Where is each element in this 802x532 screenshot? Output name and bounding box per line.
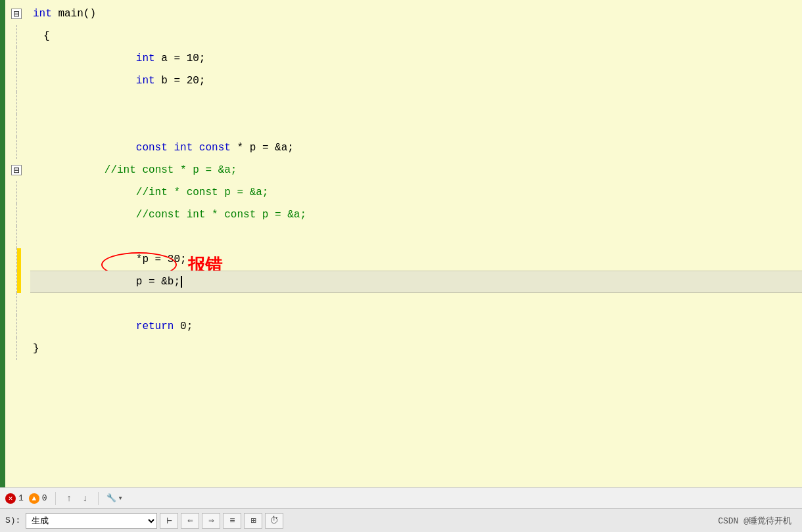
cursor	[181, 276, 182, 288]
editor-area: ⊟	[0, 0, 802, 487]
forward-icon: ⇒	[208, 515, 214, 526]
toolbar-btn-2[interactable]: ⇐	[181, 513, 199, 529]
csdn-label: CSDN @睡觉待开机	[718, 515, 791, 527]
gutter-row-6	[5, 114, 28, 137]
gutter-icons: ⊟	[5, 0, 28, 487]
grid-icon: ⊞	[250, 515, 256, 526]
toolbar-btn-4[interactable]: ≡	[223, 513, 241, 529]
kw-return: return	[136, 321, 174, 332]
toolbar-btn-3[interactable]: ⇒	[202, 513, 220, 529]
gutter-row-8: ⊟	[5, 159, 28, 181]
gutter-row-9	[5, 181, 28, 204]
toolbar-btn-6[interactable]: ⏱	[265, 513, 283, 529]
gutter-row-16	[5, 338, 28, 360]
code-line-13: p = &b;	[30, 271, 802, 293]
gutter-row-1: ⊟	[5, 3, 28, 25]
gutter-row-2	[5, 25, 28, 47]
collapse-icon-2[interactable]: ⊟	[11, 165, 22, 175]
plain-main: main()	[52, 8, 96, 20]
plain-b: b = 20;	[155, 75, 206, 87]
collapse-icon-1[interactable]: ⊟	[11, 9, 22, 19]
yellow-bar-2	[17, 271, 21, 293]
fix-icon: 🔧	[106, 493, 116, 503]
gutter-row-3	[5, 47, 28, 70]
gutter-row-5	[5, 92, 28, 114]
down-arrow-btn[interactable]: ↓	[80, 492, 90, 505]
green-bar	[0, 0, 5, 487]
up-arrow-btn[interactable]: ↑	[64, 492, 74, 505]
build-select[interactable]: 生成	[26, 513, 157, 529]
code-line-5	[30, 92, 802, 114]
code-line-16: }	[30, 338, 802, 360]
gutter-row-13	[5, 271, 28, 293]
code-content[interactable]: int main() { int a = 10; int b = 20; con…	[28, 0, 802, 487]
gutter: ⊟	[0, 0, 28, 487]
gutter-row-12	[5, 248, 28, 271]
gutter-row-11	[5, 226, 28, 248]
kw-int-main: int	[33, 8, 52, 20]
bottom-toolbar: S): 生成 ⊢ ⇐ ⇒ ≡ ⊞ ⏱ CSDN @睡觉待开机	[0, 508, 802, 532]
kw-int-b: int	[136, 75, 155, 87]
toolbar-btn-5[interactable]: ⊞	[244, 513, 262, 529]
toolbar-label: S):	[5, 516, 20, 525]
goto-file-icon: ⊢	[166, 515, 172, 526]
gutter-row-15	[5, 315, 28, 338]
gutter-row-14	[5, 293, 28, 315]
plain-brace-close: }	[33, 343, 39, 355]
back-icon: ⇐	[187, 515, 193, 526]
code-line-1: int main()	[30, 3, 802, 25]
cm-3: //const int * const p = &a;	[136, 209, 306, 221]
fix-button[interactable]: 🔧 ▾	[106, 493, 122, 503]
plain-ptr: * p = &a;	[231, 142, 294, 154]
warning-icon: ▲	[29, 493, 39, 504]
gutter-row-4	[5, 70, 28, 92]
plain-p-b: p = &b;	[136, 276, 180, 288]
code-line-10: //const int * const p = &a;	[30, 204, 802, 226]
status-bar: ✕ 1 ▲ 0 ↑ ↓ 🔧 ▾	[0, 487, 802, 508]
gutter-row-7	[5, 137, 28, 159]
plain-return-val: 0;	[174, 321, 193, 332]
warning-status: ▲ 0	[29, 493, 47, 504]
divider-2	[98, 492, 99, 505]
gutter-row-10	[5, 204, 28, 226]
error-icon: ✕	[5, 493, 16, 504]
error-status: ✕ 1	[5, 493, 24, 504]
list-icon: ≡	[229, 516, 235, 526]
error-count: 1	[18, 493, 24, 503]
divider-1	[55, 492, 56, 505]
warning-count: 0	[42, 493, 47, 503]
toolbar-btn-1[interactable]: ⊢	[160, 513, 178, 529]
clock-icon: ⏱	[270, 516, 279, 526]
code-line-4: int b = 20;	[30, 70, 802, 92]
yellow-bar-1	[17, 248, 21, 271]
fix-arrow: ▾	[118, 493, 122, 503]
code-line-15: return 0;	[30, 315, 802, 338]
